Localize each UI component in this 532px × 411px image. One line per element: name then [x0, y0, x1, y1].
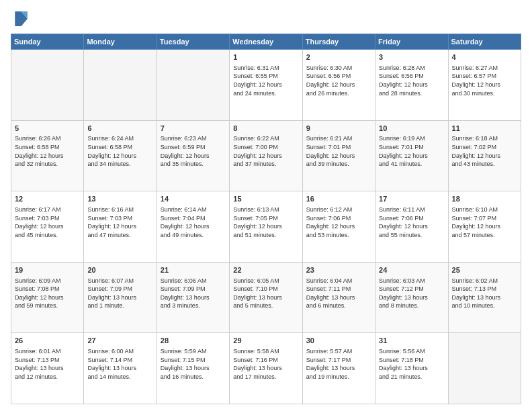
calendar-cell: 18Sunrise: 6:10 AM Sunset: 7:07 PM Dayli…	[448, 191, 521, 263]
header	[11, 9, 521, 28]
day-number: 20	[87, 265, 152, 275]
day-number: 19	[15, 265, 80, 275]
calendar-cell: 21Sunrise: 6:06 AM Sunset: 7:09 PM Dayli…	[157, 262, 229, 333]
day-info: Sunrise: 6:01 AM Sunset: 7:13 PM Dayligh…	[15, 347, 80, 381]
day-info: Sunrise: 6:07 AM Sunset: 7:09 PM Dayligh…	[87, 277, 152, 310]
week-row-2: 12Sunrise: 6:17 AM Sunset: 7:03 PM Dayli…	[11, 191, 521, 263]
calendar-cell: 14Sunrise: 6:14 AM Sunset: 7:04 PM Dayli…	[157, 191, 229, 263]
calendar-cell: 9Sunrise: 6:21 AM Sunset: 7:01 PM Daylig…	[302, 120, 375, 191]
calendar-cell: 20Sunrise: 6:07 AM Sunset: 7:09 PM Dayli…	[84, 262, 157, 333]
day-info: Sunrise: 6:16 AM Sunset: 7:03 PM Dayligh…	[87, 205, 152, 239]
calendar-cell: 23Sunrise: 6:04 AM Sunset: 7:11 PM Dayli…	[302, 262, 375, 333]
week-row-0: 1Sunrise: 6:31 AM Sunset: 6:55 PM Daylig…	[11, 50, 521, 121]
day-info: Sunrise: 6:12 AM Sunset: 7:06 PM Dayligh…	[306, 205, 371, 239]
calendar-cell: 28Sunrise: 5:59 AM Sunset: 7:15 PM Dayli…	[157, 333, 229, 404]
day-number: 1	[233, 52, 298, 62]
calendar-cell: 22Sunrise: 6:05 AM Sunset: 7:10 PM Dayli…	[230, 262, 302, 333]
day-number: 14	[161, 194, 226, 204]
weekday-friday: Friday	[375, 34, 448, 50]
day-number: 11	[452, 124, 517, 134]
page: SundayMondayTuesdayWednesdayThursdayFrid…	[0, 0, 532, 411]
day-number: 29	[233, 336, 298, 346]
day-info: Sunrise: 5:58 AM Sunset: 7:16 PM Dayligh…	[233, 347, 298, 381]
calendar-cell	[448, 333, 521, 404]
day-info: Sunrise: 5:56 AM Sunset: 7:18 PM Dayligh…	[379, 347, 444, 381]
day-info: Sunrise: 6:30 AM Sunset: 6:56 PM Dayligh…	[306, 64, 371, 97]
calendar-cell: 11Sunrise: 6:18 AM Sunset: 7:02 PM Dayli…	[448, 120, 521, 191]
day-number: 31	[379, 336, 444, 346]
calendar-cell	[84, 50, 157, 121]
calendar-cell: 25Sunrise: 6:02 AM Sunset: 7:13 PM Dayli…	[448, 262, 521, 333]
calendar-cell	[11, 50, 84, 121]
day-info: Sunrise: 6:00 AM Sunset: 7:14 PM Dayligh…	[87, 347, 152, 381]
calendar-cell: 31Sunrise: 5:56 AM Sunset: 7:18 PM Dayli…	[375, 333, 448, 404]
day-number: 17	[379, 194, 444, 204]
day-info: Sunrise: 6:17 AM Sunset: 7:03 PM Dayligh…	[15, 205, 80, 239]
day-number: 27	[87, 336, 152, 346]
weekday-monday: Monday	[84, 34, 157, 50]
calendar-cell: 10Sunrise: 6:19 AM Sunset: 7:01 PM Dayli…	[375, 120, 448, 191]
day-info: Sunrise: 6:04 AM Sunset: 7:11 PM Dayligh…	[306, 277, 371, 310]
day-number: 2	[306, 52, 371, 62]
day-info: Sunrise: 6:13 AM Sunset: 7:05 PM Dayligh…	[233, 205, 298, 239]
calendar-cell: 27Sunrise: 6:00 AM Sunset: 7:14 PM Dayli…	[84, 333, 157, 404]
week-row-3: 19Sunrise: 6:09 AM Sunset: 7:08 PM Dayli…	[11, 262, 521, 333]
calendar-cell: 2Sunrise: 6:30 AM Sunset: 6:56 PM Daylig…	[302, 50, 375, 121]
day-info: Sunrise: 6:24 AM Sunset: 6:58 PM Dayligh…	[87, 134, 152, 168]
day-info: Sunrise: 6:28 AM Sunset: 6:56 PM Dayligh…	[379, 64, 444, 97]
weekday-thursday: Thursday	[302, 34, 375, 50]
day-info: Sunrise: 5:59 AM Sunset: 7:15 PM Dayligh…	[161, 347, 226, 381]
calendar-cell: 26Sunrise: 6:01 AM Sunset: 7:13 PM Dayli…	[11, 333, 84, 404]
day-info: Sunrise: 6:05 AM Sunset: 7:10 PM Dayligh…	[233, 277, 298, 310]
calendar-cell: 4Sunrise: 6:27 AM Sunset: 6:57 PM Daylig…	[448, 50, 521, 121]
calendar-cell: 3Sunrise: 6:28 AM Sunset: 6:56 PM Daylig…	[375, 50, 448, 121]
logo	[11, 9, 32, 28]
day-info: Sunrise: 6:27 AM Sunset: 6:57 PM Dayligh…	[452, 64, 517, 97]
day-info: Sunrise: 6:18 AM Sunset: 7:02 PM Dayligh…	[452, 134, 517, 168]
day-info: Sunrise: 6:22 AM Sunset: 7:00 PM Dayligh…	[233, 134, 298, 168]
weekday-wednesday: Wednesday	[230, 34, 302, 50]
day-number: 15	[233, 194, 298, 204]
calendar-cell: 15Sunrise: 6:13 AM Sunset: 7:05 PM Dayli…	[230, 191, 302, 263]
day-number: 24	[379, 265, 444, 275]
day-number: 26	[15, 336, 80, 346]
day-info: Sunrise: 6:11 AM Sunset: 7:06 PM Dayligh…	[379, 205, 444, 239]
calendar-cell: 29Sunrise: 5:58 AM Sunset: 7:16 PM Dayli…	[230, 333, 302, 404]
calendar-cell: 19Sunrise: 6:09 AM Sunset: 7:08 PM Dayli…	[11, 262, 84, 333]
day-number: 6	[87, 124, 152, 134]
calendar-cell: 30Sunrise: 5:57 AM Sunset: 7:17 PM Dayli…	[302, 333, 375, 404]
calendar-cell: 5Sunrise: 6:26 AM Sunset: 6:58 PM Daylig…	[11, 120, 84, 191]
calendar-cell: 8Sunrise: 6:22 AM Sunset: 7:00 PM Daylig…	[230, 120, 302, 191]
calendar-cell: 12Sunrise: 6:17 AM Sunset: 7:03 PM Dayli…	[11, 191, 84, 263]
day-info: Sunrise: 6:03 AM Sunset: 7:12 PM Dayligh…	[379, 277, 444, 310]
day-number: 18	[452, 194, 517, 204]
day-number: 25	[452, 265, 517, 275]
day-number: 23	[306, 265, 371, 275]
day-info: Sunrise: 6:19 AM Sunset: 7:01 PM Dayligh…	[379, 134, 444, 168]
day-info: Sunrise: 6:02 AM Sunset: 7:13 PM Dayligh…	[452, 277, 517, 310]
day-info: Sunrise: 5:57 AM Sunset: 7:17 PM Dayligh…	[306, 347, 371, 381]
day-number: 22	[233, 265, 298, 275]
day-info: Sunrise: 6:26 AM Sunset: 6:58 PM Dayligh…	[15, 134, 80, 168]
calendar-cell: 13Sunrise: 6:16 AM Sunset: 7:03 PM Dayli…	[84, 191, 157, 263]
day-number: 4	[452, 52, 517, 62]
calendar-cell: 17Sunrise: 6:11 AM Sunset: 7:06 PM Dayli…	[375, 191, 448, 263]
day-number: 9	[306, 124, 371, 134]
day-number: 8	[233, 124, 298, 134]
weekday-saturday: Saturday	[448, 34, 521, 50]
calendar-cell	[157, 50, 229, 121]
day-number: 10	[379, 124, 444, 134]
day-number: 3	[379, 52, 444, 62]
day-info: Sunrise: 6:23 AM Sunset: 6:59 PM Dayligh…	[161, 134, 226, 168]
day-info: Sunrise: 6:31 AM Sunset: 6:55 PM Dayligh…	[233, 64, 298, 97]
calendar-cell: 24Sunrise: 6:03 AM Sunset: 7:12 PM Dayli…	[375, 262, 448, 333]
calendar-cell: 6Sunrise: 6:24 AM Sunset: 6:58 PM Daylig…	[84, 120, 157, 191]
day-number: 5	[15, 124, 80, 134]
day-info: Sunrise: 6:09 AM Sunset: 7:08 PM Dayligh…	[15, 277, 80, 310]
day-info: Sunrise: 6:06 AM Sunset: 7:09 PM Dayligh…	[161, 277, 226, 310]
calendar-cell: 1Sunrise: 6:31 AM Sunset: 6:55 PM Daylig…	[230, 50, 302, 121]
day-info: Sunrise: 6:14 AM Sunset: 7:04 PM Dayligh…	[161, 205, 226, 239]
day-number: 12	[15, 194, 80, 204]
weekday-header-row: SundayMondayTuesdayWednesdayThursdayFrid…	[11, 34, 521, 50]
calendar-table: SundayMondayTuesdayWednesdayThursdayFrid…	[11, 34, 521, 404]
